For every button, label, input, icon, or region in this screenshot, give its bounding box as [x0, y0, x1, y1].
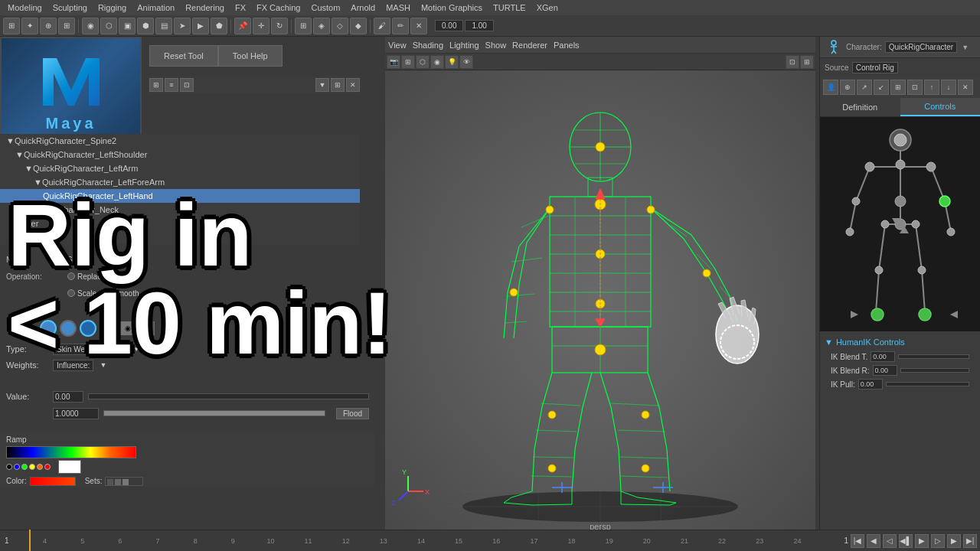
stop-4[interactable]	[29, 464, 35, 470]
influence-label[interactable]: Influence:	[53, 360, 93, 371]
panel-icon-3[interactable]: ⊡	[180, 78, 194, 92]
menu-sculpting[interactable]: Sculpting	[48, 3, 92, 12]
vp-icon-show[interactable]: 👁	[459, 55, 473, 69]
panel-icon-2[interactable]: ≡	[165, 78, 178, 92]
toolbar-icon-arrow2[interactable]: ▶	[192, 18, 209, 34]
frame-field[interactable]: 0.00	[435, 20, 463, 31]
radio-replace[interactable]: Replace	[67, 272, 106, 281]
menu-turtle[interactable]: TURTLE	[488, 3, 531, 12]
rp-icon-close[interactable]: ✕	[958, 80, 973, 95]
menu-animation[interactable]: Animation	[132, 3, 179, 12]
toolbar-icon-deform[interactable]: ⬟	[211, 18, 227, 34]
vp-icon-light[interactable]: 💡	[445, 55, 459, 69]
toolbar-icon-vertex[interactable]: ◈	[313, 18, 330, 34]
ik-blend-r-field[interactable]	[873, 365, 897, 376]
radio-add[interactable]: Add	[112, 272, 136, 281]
prev-key-button[interactable]: ◁	[883, 534, 897, 548]
vp-menu-show[interactable]: Show	[485, 41, 507, 50]
color-grad-bar[interactable]	[30, 477, 76, 486]
play-back-button[interactable]: ◀▌	[899, 534, 913, 548]
toolbar-icon-plane[interactable]: ▤	[155, 18, 172, 34]
stop-6[interactable]	[44, 464, 51, 470]
vp-menu-view[interactable]: View	[388, 41, 407, 50]
vp-icon-wire[interactable]: ⬡	[416, 55, 430, 69]
flood-button[interactable]: Flood	[336, 408, 369, 419]
profile-circle-1[interactable]	[40, 320, 57, 337]
rp-icon-1[interactable]: 👤	[823, 80, 838, 95]
toolbar-icon-crosshair[interactable]: ⊕	[40, 18, 57, 34]
toolbar-icon-arrow[interactable]: ➤	[174, 18, 191, 34]
vp-menu-lighting[interactable]: Lighting	[449, 41, 479, 50]
vp-menu-renderer[interactable]: Renderer	[512, 41, 547, 50]
toolbar-icon-mesh[interactable]: ⬡	[100, 18, 117, 34]
profile-color-wheel[interactable]: ◉	[119, 321, 136, 335]
goto-start-button[interactable]: |◀	[851, 534, 864, 548]
humanik-header[interactable]: ▼ HumanIK Controls	[825, 334, 975, 350]
tree-item-3[interactable]: ▼ QuickRigCharacter_LeftForeArm	[0, 175, 360, 189]
value-field-2[interactable]	[53, 408, 99, 419]
ik-blend-r-slider[interactable]	[900, 368, 969, 373]
type-value[interactable]: Skin Weight	[53, 344, 129, 355]
rp-icon-arrow-up[interactable]: ↑	[924, 80, 939, 95]
profile-circle-2[interactable]	[60, 320, 77, 337]
slider-1[interactable]	[88, 393, 369, 399]
type-dropdown-arrow[interactable]: ▼	[133, 346, 139, 353]
play-forward-button[interactable]: ▶	[915, 534, 929, 548]
rp-icon-5[interactable]: ⊞	[890, 80, 906, 95]
vp-icon-camera[interactable]: 📷	[387, 55, 400, 69]
ramp-bar[interactable]	[6, 446, 136, 458]
rp-icon-4[interactable]: ↙	[874, 80, 889, 95]
stop-3[interactable]	[21, 464, 28, 470]
vp-icon-isolate[interactable]: ⊡	[786, 55, 799, 69]
tree-item-1[interactable]: ▼ QuickRigCharacter_LeftShoulder	[0, 148, 360, 161]
menu-modeling[interactable]: Modeling	[3, 3, 47, 12]
toolbar-icon-2[interactable]: ✦	[21, 18, 38, 34]
source-value[interactable]: Control Rig	[852, 62, 898, 73]
panel-icon-4[interactable]: ⊞	[331, 78, 345, 92]
menu-fx[interactable]: FX	[230, 3, 250, 12]
tree-item-6[interactable]: cter	[0, 217, 360, 230]
toolbar-icon-paint[interactable]: 🖌	[374, 18, 390, 34]
toolbar-icon-edge[interactable]: ◇	[332, 18, 348, 34]
toolbar-icon-rotate[interactable]: ↻	[271, 18, 288, 34]
menu-mash[interactable]: MASH	[381, 3, 415, 12]
rp-icon-arm[interactable]: ↗	[857, 80, 872, 95]
menu-custom[interactable]: Custom	[306, 3, 345, 12]
slider-2[interactable]	[103, 410, 325, 416]
menu-rigging[interactable]: Rigging	[93, 3, 131, 12]
tree-item-0[interactable]: ▼ QuickRigCharacter_Spine2	[0, 134, 360, 148]
tab-definition[interactable]: Definition	[820, 98, 900, 116]
panel-icon-1[interactable]: ⊞	[149, 78, 163, 92]
toolbar-icon-1[interactable]: ⊞	[3, 18, 20, 34]
vp-menu-panels[interactable]: Panels	[554, 41, 580, 50]
rp-icon-2[interactable]: ⊕	[840, 80, 855, 95]
character-dropdown[interactable]: ▼	[962, 44, 969, 51]
toolbar-icon-move[interactable]: ✛	[253, 18, 270, 34]
toolbar-icon-sphere[interactable]: ◉	[82, 18, 99, 34]
vp-icon-grid[interactable]: ⊞	[401, 55, 415, 69]
tree-item-7[interactable]: racter	[0, 230, 360, 244]
goto-end-button[interactable]: ▶|	[963, 534, 977, 548]
viewport-3d[interactable]: X Y Z persp	[385, 70, 815, 534]
menu-fxcaching[interactable]: FX Caching	[252, 3, 305, 12]
tree-item-4-selected[interactable]: QuickRigCharacter_LeftHand	[0, 189, 360, 203]
ik-blend-t-field[interactable]	[871, 351, 895, 362]
value-field-1[interactable]	[53, 391, 83, 403]
rp-icon-6[interactable]: ⊡	[907, 80, 923, 95]
next-key-button[interactable]: ▷	[931, 534, 945, 548]
toolbar-icon-cube[interactable]: ▣	[119, 18, 136, 34]
toolbar-icon-grid[interactable]: ⊞	[295, 18, 312, 34]
vp-icon-shade[interactable]: ◉	[430, 55, 444, 69]
time-field[interactable]: 1.00	[465, 20, 493, 31]
weights-dropdown-icon[interactable]: ▼	[100, 361, 106, 369]
sets-bar[interactable]	[105, 477, 143, 486]
rp-icon-arrow-down[interactable]: ↓	[941, 80, 956, 95]
white-swatch[interactable]	[58, 460, 81, 474]
panel-icon-5[interactable]: ✕	[346, 78, 360, 92]
vp-menu-shading[interactable]: Shading	[413, 41, 443, 50]
tree-item-2[interactable]: ▼ QuickRigCharacter_LeftArm	[0, 161, 360, 175]
toolbar-icon-close[interactable]: ✕	[410, 18, 427, 34]
panel-dropdown-btn[interactable]: ▼	[315, 78, 329, 92]
vp-icon-resolution[interactable]: ⊞	[800, 55, 814, 69]
menu-rendering[interactable]: Rendering	[181, 3, 229, 12]
